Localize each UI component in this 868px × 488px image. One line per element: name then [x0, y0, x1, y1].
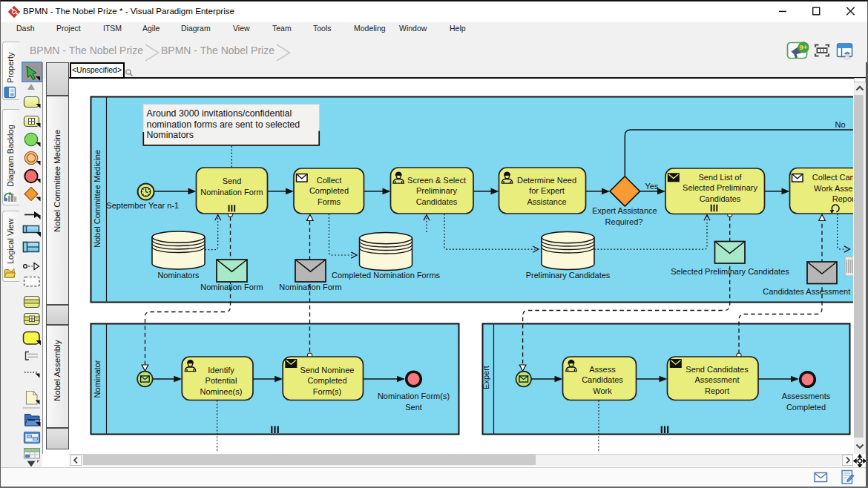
svg-text:Selected Preliminary: Selected Preliminary	[683, 183, 757, 192]
svg-text:Candidates: Candidates	[416, 197, 458, 206]
svg-text:Reports: Reports	[832, 194, 853, 203]
svg-text:Assessments: Assessments	[782, 392, 831, 400]
svg-text:Candidates Assessment Reports: Candidates Assessment Reports	[763, 287, 853, 296]
svg-text:Send Nominee: Send Nominee	[300, 366, 355, 375]
svg-text:Nomination Form: Nomination Form	[200, 188, 263, 197]
svg-text:Candidates: Candidates	[700, 194, 741, 203]
svg-text:Send List of: Send List of	[698, 173, 742, 182]
svg-text:Yes: Yes	[645, 182, 659, 191]
svg-text:Send: Send	[223, 177, 242, 185]
svg-text:Collect: Collect	[317, 176, 342, 185]
svg-text:Sent: Sent	[405, 403, 422, 412]
svg-text:Assess: Assess	[589, 365, 616, 374]
svg-text:Candidates: Candidates	[582, 375, 623, 384]
svg-text:Nomination Form(s): Nomination Form(s)	[378, 392, 450, 400]
svg-text:Nominators: Nominators	[147, 130, 194, 140]
svg-text:Expert: Expert	[481, 366, 490, 389]
svg-text:Completed: Completed	[309, 186, 349, 195]
svg-text:Collect Candidates: Collect Candidates	[812, 173, 853, 182]
svg-text:Determine Need: Determine Need	[517, 176, 576, 185]
svg-text:Nomination Form: Nomination Form	[279, 283, 341, 291]
svg-text:Forms: Forms	[318, 197, 341, 206]
svg-text:Required?: Required?	[605, 217, 643, 226]
svg-text:Nobel Committee Medicine: Nobel Committee Medicine	[93, 150, 102, 248]
svg-text:Nominators: Nominators	[157, 271, 200, 280]
svg-text:Around 3000 invitations/confid: Around 3000 invitations/confidential	[147, 108, 292, 119]
svg-text:Completed: Completed	[307, 376, 346, 385]
svg-text:Form(s): Form(s)	[313, 387, 342, 396]
svg-text:Completed Nomination Forms: Completed Nomination Forms	[332, 271, 441, 280]
svg-text:Nominator: Nominator	[93, 360, 102, 398]
svg-text:Send Candidates: Send Candidates	[685, 365, 749, 374]
svg-text:Assessment: Assessment	[695, 375, 740, 384]
svg-text:9+: 9+	[800, 43, 808, 51]
svg-text:for Expert: for Expert	[529, 186, 565, 195]
svg-text:Identify: Identify	[208, 366, 234, 375]
svg-text:Preliminary Candidates: Preliminary Candidates	[526, 271, 611, 280]
svg-text:Completed: Completed	[786, 403, 826, 412]
svg-text:No: No	[835, 120, 845, 129]
svg-text:Work: Work	[593, 386, 612, 395]
svg-text:Work Assessment: Work Assessment	[814, 184, 853, 193]
svg-text:Assistance: Assistance	[527, 197, 566, 206]
svg-text:Selected Preliminary Candidate: Selected Preliminary Candidates	[671, 267, 789, 276]
svg-text:Nominee(s): Nominee(s)	[200, 387, 243, 396]
svg-text:nomination forms are sent to s: nomination forms are sent to selected	[147, 119, 300, 130]
svg-text:Screen & Select: Screen & Select	[407, 176, 466, 185]
svg-text:Report: Report	[705, 386, 729, 395]
svg-text:Preliminary: Preliminary	[416, 186, 458, 195]
svg-text:Nomination Form: Nomination Form	[200, 283, 263, 291]
svg-text:Expert Assistance: Expert Assistance	[592, 206, 657, 215]
svg-text:Potential: Potential	[206, 376, 237, 385]
svg-text:September Year n-1: September Year n-1	[106, 201, 179, 210]
